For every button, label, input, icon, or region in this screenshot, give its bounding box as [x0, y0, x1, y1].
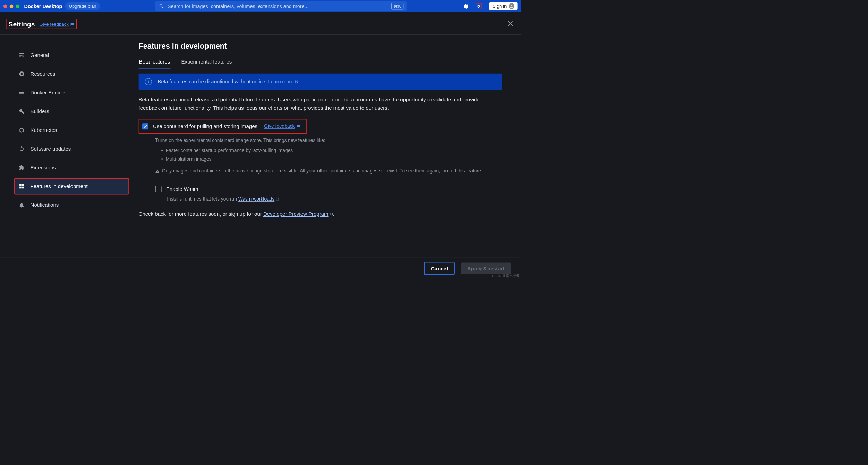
search-bar[interactable]: ⌘K — [155, 1, 407, 11]
sidebar-item-notifications[interactable]: Notifications — [14, 197, 129, 213]
containerd-subdesc-text: Turns on the experimental containerd ima… — [155, 137, 325, 143]
banner-message: Beta features can be discontinued withou… — [158, 79, 268, 84]
sidebar-item-docker-engine[interactable]: Docker Engine — [14, 85, 129, 101]
avatar-icon — [509, 3, 514, 9]
kubernetes-icon — [18, 127, 25, 133]
settings-header: Settings Give feedback — [0, 12, 521, 35]
wasm-option-row: Enable Wasm — [155, 186, 502, 192]
feedback-icon — [70, 22, 74, 26]
tab-beta[interactable]: Beta features — [139, 56, 171, 69]
bug-icon[interactable] — [463, 3, 469, 9]
search-input[interactable] — [168, 3, 389, 9]
sidebar-item-label: Software updates — [31, 146, 71, 152]
disk-icon — [18, 70, 25, 77]
sidebar-item-label: Docker Engine — [31, 90, 65, 95]
app-title: Docker Desktop — [24, 3, 62, 9]
settings-gear-icon[interactable] — [476, 3, 482, 9]
update-icon — [18, 145, 25, 152]
topbar: Docker Desktop Upgrade plan ⌘K Sign in — [0, 0, 521, 12]
sidebar: General Resources Docker Engine Builders… — [0, 35, 129, 217]
sidebar-item-kubernetes[interactable]: Kubernetes — [14, 122, 129, 138]
puzzle-icon — [18, 164, 25, 171]
bell-icon — [18, 202, 25, 208]
sidebar-item-label: Extensions — [31, 164, 56, 170]
wasm-subdesc: Installs runtimes that lets you run Wasm… — [167, 195, 502, 203]
minimize-window[interactable] — [10, 5, 14, 8]
footer: Cancel Apply & restart — [0, 258, 521, 279]
wasm-subdesc-prefix: Installs runtimes that lets you run — [167, 196, 238, 202]
wrench-icon — [18, 108, 25, 115]
wasm-link-label: Wasm workloads — [238, 195, 275, 203]
containerd-warning: Only images and containers in the active… — [155, 167, 502, 175]
checkback-prefix: Check back for more features soon, or si… — [139, 211, 263, 217]
give-feedback-link[interactable]: Give feedback — [40, 22, 74, 27]
learn-more-link[interactable]: Learn more — [268, 79, 298, 85]
sidebar-item-features-in-dev[interactable]: Features in development — [14, 178, 129, 195]
developer-preview-link[interactable]: Developer Preview Program — [263, 211, 333, 217]
sidebar-item-software-updates[interactable]: Software updates — [14, 141, 129, 157]
beta-description: Beta features are initial releases of po… — [139, 95, 502, 112]
sidebar-item-label: Kubernetes — [31, 127, 57, 133]
cancel-button[interactable]: Cancel — [424, 262, 455, 275]
kbd-shortcut-badge: ⌘K — [391, 3, 403, 9]
wasm-checkbox[interactable] — [155, 186, 162, 192]
content-area: Features in development Beta features Ex… — [129, 35, 521, 217]
engine-icon — [18, 89, 25, 96]
window-controls — [3, 5, 20, 8]
checkback-text: Check back for more features soon, or si… — [139, 211, 502, 217]
tab-experimental[interactable]: Experimental features — [181, 56, 232, 69]
containerd-warning-text: Only images and containers in the active… — [162, 167, 483, 175]
signin-label: Sign in — [493, 3, 507, 9]
signin-button[interactable]: Sign in — [489, 2, 517, 10]
external-link-icon — [330, 212, 333, 216]
sidebar-item-label: Builders — [31, 108, 49, 114]
sidebar-item-resources[interactable]: Resources — [14, 66, 129, 82]
warning-icon — [155, 168, 160, 176]
sidebar-item-label: Notifications — [31, 202, 59, 208]
info-banner: i Beta features can be discontinued with… — [139, 74, 502, 90]
watermark: CSDN @南七行者 — [492, 274, 519, 278]
feedback-label: Give feedback — [40, 22, 69, 27]
maximize-window[interactable] — [16, 5, 20, 8]
search-icon — [159, 3, 165, 9]
upgrade-plan-button[interactable]: Upgrade plan — [65, 2, 100, 10]
sidebar-item-extensions[interactable]: Extensions — [14, 160, 129, 176]
containerd-option-row: Use containerd for pulling and storing i… — [139, 119, 307, 134]
grid-icon — [18, 183, 25, 189]
wasm-section: Enable Wasm Installs runtimes that lets … — [155, 186, 502, 203]
list-item: Multi-platform images — [166, 155, 502, 162]
info-icon: i — [145, 78, 152, 85]
page-heading: Features in development — [139, 42, 502, 50]
containerd-label: Use containerd for pulling and storing i… — [153, 123, 257, 129]
feedback-icon — [296, 125, 300, 128]
containerd-feature-list: Faster container startup performance by … — [166, 147, 502, 162]
external-link-icon — [295, 80, 298, 83]
sidebar-item-general[interactable]: General — [14, 47, 129, 64]
list-item: Faster container startup performance by … — [166, 147, 502, 154]
wasm-workloads-link[interactable]: Wasm workloads — [238, 195, 279, 203]
tabs: Beta features Experimental features — [139, 56, 502, 69]
sidebar-item-label: Features in development — [31, 183, 88, 189]
developer-preview-label: Developer Preview Program — [263, 211, 329, 217]
banner-text: Beta features can be discontinued withou… — [158, 79, 298, 85]
settings-title-highlight: Settings Give feedback — [6, 19, 77, 29]
apply-restart-button[interactable]: Apply & restart — [461, 263, 511, 274]
external-link-icon — [276, 197, 279, 201]
sliders-icon — [18, 52, 25, 58]
close-window[interactable] — [3, 5, 7, 8]
main-area: General Resources Docker Engine Builders… — [0, 35, 521, 217]
learn-more-label: Learn more — [268, 79, 294, 85]
containerd-feedback-label: Give feedback — [264, 124, 295, 129]
containerd-checkbox[interactable] — [142, 123, 148, 129]
sidebar-item-label: Resources — [31, 71, 56, 77]
wasm-label: Enable Wasm — [166, 186, 198, 192]
sidebar-item-builders[interactable]: Builders — [14, 103, 129, 120]
settings-title: Settings — [9, 20, 35, 28]
containerd-feedback-link[interactable]: Give feedback — [264, 124, 300, 129]
containerd-subdesc: Turns on the experimental containerd ima… — [155, 137, 502, 176]
sidebar-item-label: General — [31, 52, 49, 58]
close-icon[interactable] — [507, 20, 514, 27]
